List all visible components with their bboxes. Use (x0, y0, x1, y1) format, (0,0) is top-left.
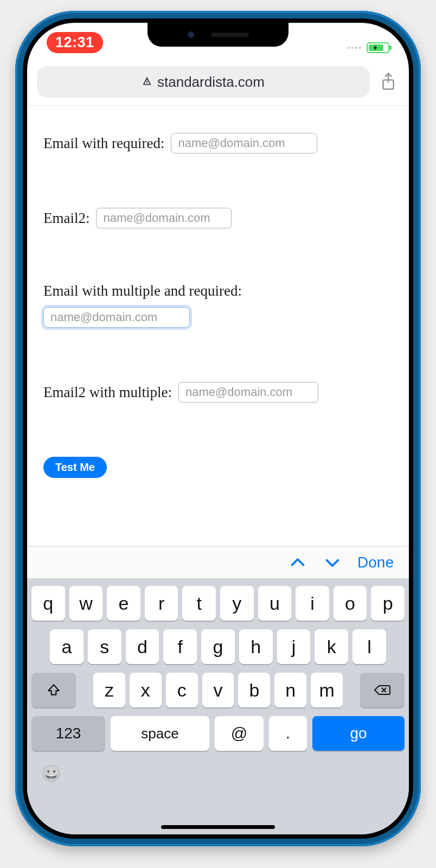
key-f[interactable]: f (163, 629, 197, 664)
input-email2-multiple[interactable] (178, 382, 318, 403)
key-backspace[interactable] (360, 673, 405, 707)
page-content: Email with required: Email2: Email with … (27, 106, 409, 478)
phone-frame: 12:31 standardista.com (15, 11, 421, 846)
front-camera-icon (187, 31, 195, 39)
label-email-required: Email with required: (43, 135, 164, 152)
next-field-button[interactable] (323, 553, 342, 572)
key-b[interactable]: b (238, 673, 270, 707)
key-123[interactable]: 123 (31, 716, 105, 751)
status-time[interactable]: 12:31 (47, 32, 103, 53)
submit-button[interactable]: Test Me (43, 457, 107, 478)
key-s[interactable]: s (88, 629, 121, 664)
key-j[interactable]: j (277, 629, 311, 664)
emoji-button[interactable]: 😀 (41, 764, 61, 783)
input-email2[interactable] (96, 208, 232, 228)
keyboard-accessory-bar: Done (27, 546, 409, 578)
key-space[interactable]: space (111, 716, 209, 751)
key-o[interactable]: o (334, 586, 367, 621)
key-t[interactable]: t (182, 586, 216, 621)
label-email2-multiple: Email2 with multiple: (43, 384, 172, 401)
key-r[interactable]: r (145, 586, 178, 621)
key-n[interactable]: n (274, 673, 306, 707)
input-email-required[interactable] (171, 133, 317, 154)
key-y[interactable]: y (220, 586, 254, 621)
key-u[interactable]: u (258, 586, 292, 621)
key-c[interactable]: c (166, 673, 198, 707)
home-indicator[interactable] (161, 825, 275, 829)
key-v[interactable]: v (202, 673, 234, 707)
key-go[interactable]: go (312, 716, 405, 751)
key-at[interactable]: @ (215, 716, 264, 751)
speaker-icon (211, 33, 249, 37)
key-a[interactable]: a (50, 629, 84, 664)
virtual-keyboard: qwertyuiop asdfghjkl zxcvbnm 123 space @… (27, 578, 409, 834)
input-email-multiple-required[interactable] (43, 307, 190, 328)
key-h[interactable]: h (239, 629, 273, 664)
battery-charging-icon (367, 42, 389, 53)
key-z[interactable]: z (93, 673, 125, 707)
key-shift[interactable] (31, 673, 76, 707)
key-g[interactable]: g (201, 629, 235, 664)
key-d[interactable]: d (126, 629, 159, 664)
field-email-required: Email with required: (43, 133, 393, 154)
key-w[interactable]: w (69, 586, 103, 621)
prev-field-button[interactable] (288, 553, 307, 572)
key-x[interactable]: x (130, 673, 162, 707)
key-l[interactable]: l (352, 629, 386, 664)
field-email2-multiple: Email2 with multiple: (43, 382, 393, 403)
not-secure-icon (142, 76, 152, 88)
label-email2: Email2: (43, 210, 89, 227)
notch (148, 23, 288, 47)
field-email2: Email2: (43, 208, 393, 228)
key-e[interactable]: e (107, 586, 140, 621)
address-bar[interactable]: standardista.com (37, 66, 370, 98)
url-text: standardista.com (157, 74, 265, 91)
done-button[interactable]: Done (357, 554, 394, 571)
cellular-signal-icon (348, 47, 361, 49)
key-q[interactable]: q (31, 586, 65, 621)
key-m[interactable]: m (311, 673, 343, 707)
key-dot[interactable]: . (269, 716, 307, 751)
key-p[interactable]: p (371, 586, 405, 621)
key-k[interactable]: k (315, 629, 348, 664)
label-email-multiple-required: Email with multiple and required: (43, 283, 393, 299)
key-i[interactable]: i (296, 586, 329, 621)
share-button[interactable] (377, 71, 399, 93)
field-email-multiple-required: Email with multiple and required: (43, 283, 393, 328)
